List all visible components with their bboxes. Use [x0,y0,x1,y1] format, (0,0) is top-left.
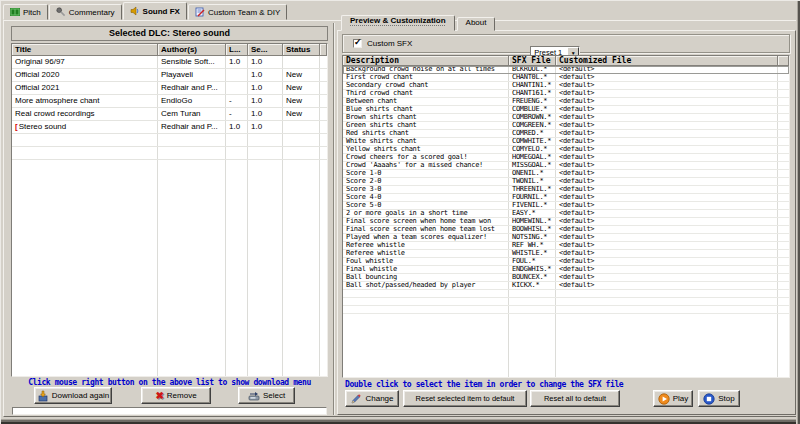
sfx-description-cell: Red shirts chant [343,130,509,137]
sfx-customized-cell: <default> [556,90,778,97]
sfx-customized-cell: <default> [556,258,778,265]
sfx-row[interactable]: Background crowd noise on at all timesBC… [343,66,789,74]
sfx-empty-cell [778,242,789,249]
tab-pitch[interactable]: Pitch [3,4,48,20]
sfx-file-cell: THREENIL.* [509,186,556,193]
dlc-empty-cell [320,121,327,133]
tab-custom-team-diy[interactable]: Custom Team & DIY [188,4,287,20]
column-header-customized-file[interactable]: Customized File [556,56,778,66]
sfx-customized-cell: <default> [556,154,778,161]
sfx-customized-cell: <default> [556,130,778,137]
sfx-row[interactable]: Ball bouncingBOUNCEX.*<default> [343,274,789,282]
sfx-row[interactable]: Score 4-0FOURNIL.*<default> [343,194,789,202]
sfx-row[interactable]: Crowd 'Aaaahs' for a missed chance!MISSG… [343,162,789,170]
sfx-description-cell: Score 5-0 [343,202,509,209]
sfx-description-cell: Crowd 'Aaaahs' for a missed chance! [343,162,509,169]
sfx-file-cell: COMBROWN.* [509,114,556,121]
column-header-l[interactable]: L... [226,44,248,56]
panel-divider-highlight [334,23,335,415]
play-icon [658,393,670,405]
sfx-row[interactable]: First crowd chantCHANT0L.*<default> [343,74,789,82]
dlc-list[interactable]: Title Author(s) L... Se... Status Origin… [11,43,328,377]
sfx-row[interactable]: Blue shirts chantCOMBLUE.*<default> [343,106,789,114]
sfx-customized-cell: <default> [556,178,778,185]
tab-about[interactable]: About [457,17,496,31]
sfx-row[interactable]: White shirts chantCOMWHITE.*<default> [343,138,789,146]
dlc-l-cell: - [226,95,248,107]
tab-commentary[interactable]: Commentary [49,4,122,20]
sfx-row[interactable]: Brown shirts chantCOMBROWN.*<default> [343,114,789,122]
dlc-authors-cell: Cem Turan [158,108,226,120]
reset-all-label: Reset all to default [544,394,606,403]
empty-row [343,298,789,306]
sfx-row[interactable]: 2 or more goals in a short timeEASY.*<de… [343,210,789,218]
sfx-empty-cell [778,82,789,89]
select-button[interactable]: Select [238,387,295,404]
sfx-row[interactable]: Referee whistleWHISTLE.*<default> [343,250,789,258]
remove-button[interactable]: ✖ Remove [141,387,211,404]
play-label: Play [673,394,689,403]
sfx-row[interactable]: Crowd cheers for a scored goal!HOMEGOAL.… [343,154,789,162]
download-hint-text: Click mouse right button on the above li… [11,378,328,387]
sfx-row[interactable]: Referee whistleREF WH.*<default> [343,242,789,250]
sfx-row[interactable]: Foul whistleFOUL.*<default> [343,258,789,266]
sfx-customized-cell: <default> [556,82,778,89]
reset-all-button[interactable]: Reset all to default [530,390,620,407]
sfx-file-cell: FOUL.* [509,258,556,265]
column-header-sfx-file[interactable]: SFX File [509,56,556,66]
sfx-file-cell: EASY.* [509,210,556,217]
sfx-row[interactable]: Final score screen when home team lostBO… [343,226,789,234]
sfx-row[interactable]: Between chantFREUENG.*<default> [343,98,789,106]
dlc-row[interactable]: More atmosphere chantEndloGo-1.0New [12,95,327,108]
dlc-row[interactable]: Real crowd recordingsCem Turan-1.0New [12,108,327,121]
column-header-se[interactable]: Se... [248,44,283,56]
sfx-empty-cell [778,130,789,137]
play-button[interactable]: Play [653,390,693,407]
sfx-row[interactable]: Score 3-0THREENIL.*<default> [343,186,789,194]
sfx-row[interactable]: Ball shot/passed/headed by playerKICKX.*… [343,282,789,290]
sfx-customized-cell: <default> [556,218,778,225]
column-header-authors[interactable]: Author(s) [158,44,226,56]
remove-label: Remove [167,391,197,400]
column-header-description[interactable]: Description [343,56,509,66]
sfx-customized-cell: <default> [556,282,778,289]
download-again-label: Download again [52,391,109,400]
sfx-row[interactable]: Red shirts chantCOMRED.*<default> [343,130,789,138]
reset-selected-button[interactable]: Reset selected item to default [403,390,527,407]
sfx-row[interactable]: Score 1-0ONENIL.*<default> [343,170,789,178]
download-again-button[interactable]: Download again [34,387,112,404]
sfx-row[interactable]: Final whistleENDGWHIS.*<default> [343,266,789,274]
dlc-row[interactable]: Official 2020Playaveli1.0New [12,69,327,82]
tab-preview-customization[interactable]: Preview & Customization [341,15,455,31]
sfx-empty-cell [778,138,789,145]
change-label: Change [365,394,393,403]
sfx-list[interactable]: Description SFX File Customized File Bac… [342,55,790,378]
tab-sound-fx[interactable]: Sound FX [123,2,187,20]
stop-button[interactable]: Stop [698,390,740,407]
selected-dlc-marker: [ [15,122,18,131]
dlc-row[interactable]: [Stereo soundRedhair and P...1.01.0 [12,121,327,134]
sfx-row[interactable]: Played when a team scores equalizer!NOTS… [343,234,789,242]
dlc-empty-cell [320,56,327,68]
sfx-description-cell: Referee whistle [343,242,509,249]
sfx-row[interactable]: Score 5-0FIVENIL.*<default> [343,202,789,210]
sfx-row[interactable]: Final score screen when home team wonHOM… [343,218,789,226]
sfx-description-cell: Yellow shirts chant [343,146,509,153]
sfx-row[interactable]: Score 2-0TWONIL.*<default> [343,178,789,186]
sfx-file-cell: BOUNCEX.* [509,274,556,281]
column-header-status[interactable]: Status [283,44,320,56]
sfx-row[interactable]: Third crowd chantCHANT161.*<default> [343,90,789,98]
sfx-row[interactable]: Green shirts chantCOMGREEN.*<default> [343,122,789,130]
sfx-row[interactable]: Secondary crowd chantCHANTIN1.*<default> [343,82,789,90]
dlc-row[interactable]: Official 2021Redhair and P...1.0New [12,82,327,95]
sfx-empty-cell [778,114,789,121]
dlc-row[interactable]: Original 96/97Sensible Soft...1.01.0 [12,56,327,69]
main-tab-bar: Pitch Commentary Sound FX Custom Team & … [3,2,288,20]
sfx-empty-cell [778,98,789,105]
sfx-file-cell: HOMEGOAL.* [509,154,556,161]
sfx-row[interactable]: Yellow shirts chantCOMYELO.*<default> [343,146,789,154]
column-header-title[interactable]: Title [12,44,158,56]
sfx-file-cell: COMWHITE.* [509,138,556,145]
change-button[interactable]: Change [345,390,399,407]
custom-sfx-checkbox[interactable]: ✓ [353,39,362,48]
